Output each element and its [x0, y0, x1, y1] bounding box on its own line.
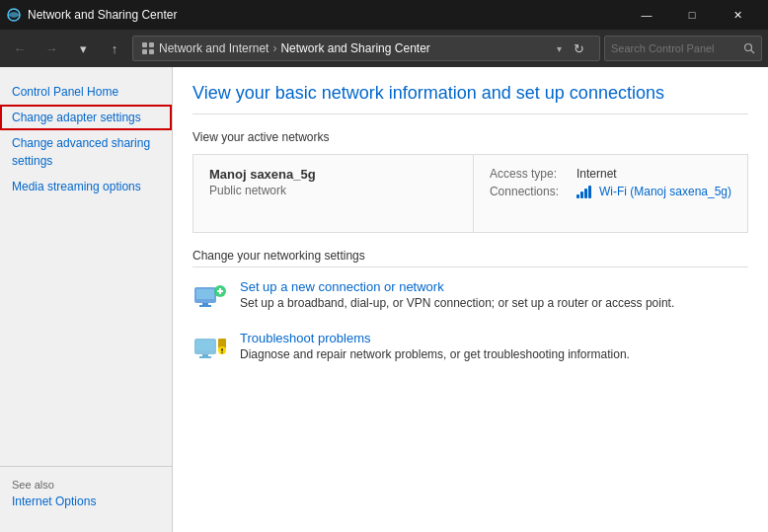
breadcrumb-sep: › [272, 41, 276, 55]
main-container: Control Panel Home Change adapter settin… [0, 67, 768, 532]
wifi-bar-2 [580, 191, 583, 198]
sidebar-item-media-streaming[interactable]: Media streaming options [0, 174, 172, 199]
sidebar-spacer [0, 199, 172, 466]
access-type-value: Internet [576, 167, 617, 181]
change-settings-section: Change your networking settings Set up a… [192, 249, 748, 366]
dropdown-button[interactable]: ▾ [69, 35, 97, 62]
close-button[interactable]: ✕ [715, 0, 760, 30]
window-title: Network and Sharing Center [28, 8, 177, 22]
svg-rect-15 [196, 341, 214, 350]
nav-icon [141, 41, 155, 55]
troubleshoot-link[interactable]: Troubleshoot problems [240, 331, 630, 345]
network-access: Access type: Internet Connections: Wi-Fi… [473, 155, 747, 232]
forward-button[interactable]: → [38, 35, 65, 62]
addressbar: ← → ▾ ↑ Network and Internet › Network a… [0, 30, 768, 67]
search-input[interactable] [611, 42, 739, 54]
svg-point-5 [745, 44, 752, 51]
svg-rect-1 [142, 42, 147, 47]
address-dropdown-arrow[interactable]: ▾ [557, 43, 562, 54]
troubleshoot-icon-container [192, 331, 228, 366]
setup-connection-item: Set up a new connection or network Set u… [192, 279, 748, 315]
troubleshoot-icon-svg [192, 331, 228, 366]
up-button[interactable]: ↑ [101, 35, 128, 62]
connections-link[interactable]: Wi-Fi (Manoj saxena_5g) [599, 185, 731, 198]
svg-rect-3 [142, 49, 147, 54]
sidebar-bottom: See also Internet Options [0, 466, 172, 520]
setup-connection-link[interactable]: Set up a new connection or network [240, 279, 674, 294]
sidebar-item-internet-options[interactable]: Internet Options [12, 494, 160, 508]
svg-point-21 [221, 352, 223, 354]
svg-rect-10 [199, 305, 211, 307]
access-type-label: Access type: [490, 167, 569, 181]
sidebar-item-control-panel-home[interactable]: Control Panel Home [0, 79, 172, 105]
troubleshoot-item: Troubleshoot problems Diagnose and repai… [192, 331, 748, 366]
svg-rect-17 [199, 356, 211, 358]
setup-connection-icon [192, 279, 228, 315]
svg-rect-2 [149, 42, 154, 47]
network-name: Manoj saxena_5g [209, 167, 457, 182]
wifi-bars [576, 185, 591, 198]
wifi-bar-4 [588, 186, 591, 198]
setup-connection-desc: Set up a broadband, dial-up, or VPN conn… [240, 296, 674, 310]
search-icon [743, 42, 755, 54]
titlebar-left: Network and Sharing Center [6, 7, 177, 23]
network-type: Public network [209, 184, 457, 197]
refresh-button[interactable]: ↻ [566, 36, 591, 61]
active-networks-panel: Manoj saxena_5g Public network Access ty… [192, 154, 748, 233]
back-button[interactable]: ← [6, 35, 34, 62]
svg-line-6 [751, 50, 755, 54]
troubleshoot-desc: Diagnose and repair network problems, or… [240, 347, 630, 361]
titlebar: Network and Sharing Center — □ ✕ [0, 0, 768, 30]
sidebar: Control Panel Home Change adapter settin… [0, 67, 173, 532]
troubleshoot-text: Troubleshoot problems Diagnose and repai… [240, 331, 630, 361]
see-also-label: See also [12, 479, 160, 491]
setup-connection-text: Set up a new connection or network Set u… [240, 279, 674, 310]
sidebar-item-change-advanced[interactable]: Change advanced sharing settings [0, 130, 172, 174]
maximize-button[interactable]: □ [669, 0, 715, 30]
breadcrumb: Network and Internet › Network and Shari… [159, 41, 430, 55]
breadcrumb-part2: Network and Sharing Center [280, 41, 429, 55]
svg-rect-8 [196, 289, 214, 299]
breadcrumb-part1: Network and Internet [159, 41, 269, 55]
wifi-icon [576, 185, 591, 198]
connections-label: Connections: [490, 185, 569, 198]
content-area: View your basic network information and … [173, 67, 768, 532]
window-controls[interactable]: — □ ✕ [624, 0, 760, 30]
window-icon [6, 7, 22, 23]
page-title: View your basic network information and … [192, 83, 748, 114]
minimize-button[interactable]: — [624, 0, 669, 30]
sidebar-item-change-adapter[interactable]: Change adapter settings [0, 105, 172, 130]
search-box[interactable] [604, 36, 762, 61]
wifi-bar-3 [584, 189, 587, 198]
connections-row: Connections: Wi-Fi (Manoj saxena_5g) [490, 185, 731, 198]
setup-icon-svg [192, 279, 228, 315]
active-networks-label: View your active networks [192, 130, 748, 144]
network-info: Manoj saxena_5g Public network [193, 155, 473, 232]
address-box[interactable]: Network and Internet › Network and Shari… [132, 36, 600, 61]
svg-rect-4 [149, 49, 154, 54]
change-settings-label: Change your networking settings [192, 249, 748, 267]
wifi-bar-1 [576, 194, 579, 198]
access-type-row: Access type: Internet [490, 167, 731, 181]
